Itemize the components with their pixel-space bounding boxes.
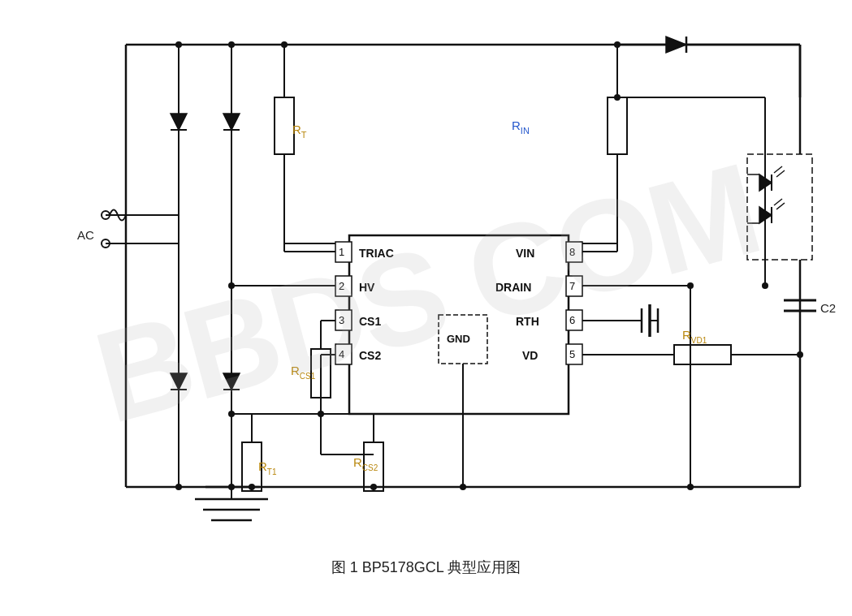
pin8-label: 8 — [569, 246, 575, 258]
pin1-label: 1 — [339, 246, 344, 258]
rvd1-label: RVD1 — [682, 328, 707, 345]
hv-label: HV — [359, 281, 375, 294]
vd-label: VD — [522, 349, 538, 362]
svg-marker-2 — [666, 37, 686, 53]
c2-label: C2 — [820, 301, 836, 315]
svg-marker-10 — [171, 114, 187, 130]
svg-rect-47 — [608, 97, 627, 154]
svg-point-83 — [370, 484, 377, 490]
pin7-label: 7 — [569, 280, 575, 292]
triac-label: TRIAC — [359, 247, 394, 260]
pin2-label: 2 — [339, 280, 344, 292]
vin-label: VIN — [516, 247, 534, 260]
svg-point-127 — [762, 282, 768, 289]
page-container: BBDS COM — [0, 0, 852, 616]
rin-label: RIN — [512, 118, 530, 136]
gnd-label: GND — [447, 333, 470, 345]
pin6-label: 6 — [569, 314, 575, 326]
svg-rect-98 — [674, 345, 731, 364]
rcs1-label: RCS1 — [291, 364, 316, 381]
svg-point-69 — [687, 484, 694, 490]
cs1-label: CS1 — [359, 315, 381, 328]
svg-point-70 — [687, 282, 694, 289]
pin5-label: 5 — [569, 348, 575, 360]
cs2-label: CS2 — [359, 349, 381, 362]
ac-label: AC — [77, 228, 94, 242]
svg-point-31 — [175, 484, 182, 490]
svg-marker-22 — [223, 373, 240, 390]
svg-marker-18 — [223, 114, 240, 130]
pin3-label: 3 — [339, 314, 344, 326]
svg-point-27 — [175, 41, 182, 48]
pin4-label: 4 — [339, 348, 344, 360]
schematic-diagram: AC RT RIN — [0, 0, 852, 568]
svg-point-88 — [228, 411, 235, 417]
rth-label: RTH — [516, 315, 539, 328]
svg-point-129 — [460, 484, 466, 490]
caption: 图 1 BP5178GCL 典型应用图 — [0, 558, 852, 577]
drain-label: DRAIN — [495, 281, 531, 294]
svg-marker-14 — [171, 373, 187, 390]
svg-rect-42 — [275, 97, 294, 154]
rcs2-label: RCS2 — [353, 455, 378, 472]
